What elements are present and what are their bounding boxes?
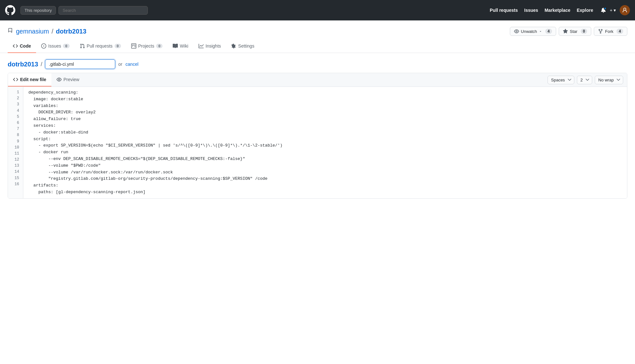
github-logo[interactable] [5,5,15,15]
fork-button[interactable]: Fork 4 [594,27,627,36]
edit-tab-label: Edit new file [20,77,46,82]
line-number: 13 [8,163,23,169]
preview-tab[interactable]: Preview [51,73,85,87]
code-line: dependency_scanning: [28,89,622,96]
line-number: 10 [8,145,23,151]
tab-insights[interactable]: Insights [193,40,226,53]
code-line: - export SP_VERSION=$(echo "$CI_SERVER_V… [28,142,622,149]
editor-controls: Spaces 2 No wrap [548,76,627,84]
line-number: 4 [8,108,23,114]
code-line: services: [28,123,622,129]
star-count: 0 [581,29,587,34]
line-number: 5 [8,114,23,120]
breadcrumb-or: or [118,62,122,67]
repo-name-link[interactable]: dotrb2013 [56,28,87,35]
notifications-button[interactable] [601,8,606,13]
repo-header: gemnasium / dotrb2013 Unwatch 4 Star 0 F… [0,20,635,36]
navbar-actions: + ▾ [601,5,630,15]
spaces-select[interactable]: Spaces [548,76,574,84]
line-number: 3 [8,102,23,108]
tab-wiki[interactable]: Wiki [168,40,193,53]
breadcrumb-repo-link[interactable]: dotrb2013 [8,61,38,68]
line-number: 1 [8,89,23,95]
tab-pull-requests[interactable]: Pull requests 0 [75,40,126,53]
repo-tabs: Code Issues 0 Pull requests 0 Projects 0… [0,40,635,53]
code-area[interactable]: dependency_scanning: image: docker:stabl… [23,87,627,198]
unwatch-count: 4 [545,29,552,34]
code-line: --volume "$PWD:/code" [28,163,622,169]
line-number: 2 [8,95,23,102]
code-line: - docker:stable-dind [28,129,622,136]
preview-tab-label: Preview [64,77,79,82]
star-label: Star [570,29,578,34]
tab-code-label: Code [20,43,31,49]
code-line: artifacts: [28,182,622,189]
code-line: variables: [28,103,622,110]
tab-settings[interactable]: Settings [226,40,260,53]
cancel-link[interactable]: cancel [125,62,138,67]
repo-scope-label[interactable]: This repository [20,6,56,15]
repo-icon [8,28,13,34]
editor-body: 12345678910111213141516 dependency_scann… [8,87,627,198]
tab-settings-label: Settings [238,43,254,49]
line-number: 7 [8,126,23,132]
code-line: - docker run [28,149,622,156]
tab-projects-count: 0 [156,44,163,48]
nav-marketplace[interactable]: Marketplace [545,8,571,13]
search-group: This repository [20,6,212,15]
nav-pull-requests[interactable]: Pull requests [490,8,518,13]
avatar[interactable] [620,5,630,15]
search-input[interactable] [58,6,148,15]
code-line: --env DEP_SCAN_DISABLE_REMOTE_CHECKS="${… [28,156,622,163]
tab-insights-label: Insights [206,43,221,49]
repo-actions: Unwatch 4 Star 0 Fork 4 [510,27,627,36]
navbar: This repository Pull requests Issues Mar… [0,0,635,20]
tab-wiki-label: Wiki [180,43,188,49]
line-numbers: 12345678910111213141516 [8,87,23,198]
repo-title: gemnasium / dotrb2013 [8,28,87,35]
notification-dot [604,7,607,10]
code-line: image: docker:stable [28,96,622,103]
wrap-select[interactable]: No wrap [595,76,623,84]
tab-code[interactable]: Code [8,40,36,53]
line-number: 6 [8,120,23,126]
tab-projects-label: Projects [138,43,155,49]
create-new-button[interactable]: + ▾ [610,8,616,13]
tab-pr-label: Pull requests [87,43,113,49]
unwatch-label: Unwatch [521,29,537,34]
filename-input[interactable] [45,59,115,69]
breadcrumb-separator: / [41,61,42,68]
navbar-links: Pull requests Issues Marketplace Explore [490,8,593,13]
editor-container: Edit new file Preview Spaces 2 No wrap 1… [8,73,627,199]
tab-projects[interactable]: Projects 0 [126,40,168,53]
code-line: --volume /var/run/docker.sock:/var/run/d… [28,169,622,176]
tab-issues-label: Issues [48,43,61,49]
unwatch-button[interactable]: Unwatch 4 [510,27,556,36]
star-button[interactable]: Star 0 [559,27,592,36]
nav-explore[interactable]: Explore [577,8,593,13]
fork-label: Fork [605,29,613,34]
line-number: 8 [8,132,23,138]
line-number: 12 [8,157,23,163]
code-line: allow_failure: true [28,116,622,123]
tab-issues-count: 0 [63,44,69,48]
repo-owner-link[interactable]: gemnasium [16,28,49,35]
line-number: 14 [8,169,23,175]
code-line: DOCKER_DRIVER: overlay2 [28,109,622,116]
nav-issues[interactable]: Issues [524,8,538,13]
repo-separator: / [51,28,53,35]
line-number: 16 [8,181,23,187]
edit-tab[interactable]: Edit new file [8,73,51,87]
tab-issues[interactable]: Issues 0 [36,40,75,53]
editor-tab-group: Edit new file Preview [8,73,84,87]
line-number: 9 [8,139,23,145]
indent-select[interactable]: 2 [577,76,592,84]
line-number: 15 [8,175,23,181]
editor-toolbar: Edit new file Preview Spaces 2 No wrap [8,73,627,87]
breadcrumb: dotrb2013 / or cancel [0,53,635,73]
code-line: script: [28,136,622,143]
code-line: paths: [gl-dependency-scanning-report.js… [28,189,622,196]
line-number: 11 [8,151,23,157]
code-line: "registry.gitlab.com/gitlab-org/security… [28,176,622,182]
fork-count: 4 [616,29,623,34]
